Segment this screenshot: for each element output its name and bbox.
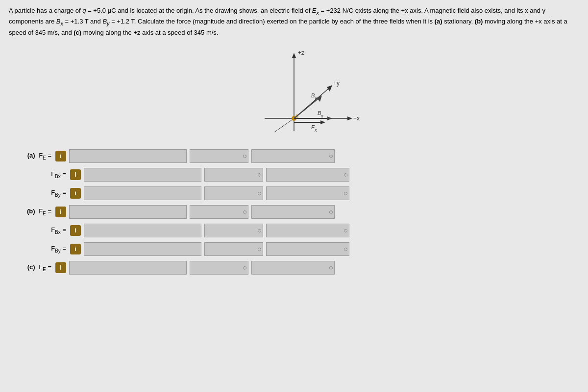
select-wrapper-b-FBy [204, 242, 263, 256]
select-wrapper2-c-FE [251, 261, 335, 275]
input-a-FBy[interactable] [84, 186, 201, 200]
row-a-FBx: FBx = i [14, 168, 574, 182]
input-c-FE[interactable] [69, 261, 187, 275]
input-b-FBy[interactable] [84, 242, 201, 256]
svg-text:By: By [311, 92, 317, 101]
svg-marker-18 [327, 116, 332, 120]
select-wrapper2-b-FE [251, 205, 335, 219]
select-dir-a-FBx[interactable] [266, 168, 349, 182]
row-b-FBy: FBy = i [14, 242, 574, 256]
select-wrapper-c-FE [190, 261, 248, 275]
info-btn-b-FBx[interactable]: i [70, 225, 81, 236]
svg-marker-5 [347, 116, 352, 120]
select-unit-a-FBx[interactable] [204, 168, 263, 182]
row-b-FE: (b) FE = i [14, 205, 574, 219]
main-container: A particle has a charge of q = +5.0 μC a… [0, 0, 588, 392]
label-c-FE: (c) FE = [14, 263, 55, 272]
label-a-FBy: FBy = [28, 189, 70, 198]
svg-text:+y: +y [333, 80, 340, 87]
select-dir-b-FE[interactable] [251, 205, 335, 219]
row-a-FBy: FBy = i [14, 186, 574, 200]
select-wrapper2-a-FBy [266, 186, 349, 200]
info-btn-a-FBy[interactable]: i [70, 188, 81, 199]
input-b-FE[interactable] [69, 205, 187, 219]
diagram-svg: +z +x +y q Ex Bx [225, 45, 363, 138]
label-b-FBx: FBx = [28, 226, 70, 235]
row-c-FE: (c) FE = i [14, 261, 574, 275]
select-unit-a-FBy[interactable] [204, 186, 263, 200]
info-btn-a-FBx[interactable]: i [70, 169, 81, 180]
info-btn-b-FE[interactable]: i [55, 207, 66, 217]
select-wrapper-b-FBx [204, 224, 263, 237]
info-btn-c-FE[interactable]: i [55, 262, 66, 273]
select-wrapper2-a-FBx [266, 168, 349, 182]
select-unit-b-FBx[interactable] [204, 224, 263, 237]
select-wrapper-b-FE [190, 205, 248, 219]
svg-text:Ex: Ex [311, 124, 317, 133]
select-dir-b-FBx[interactable] [266, 224, 349, 237]
input-b-FBx[interactable] [84, 224, 201, 237]
select-unit-b-FBy[interactable] [204, 242, 263, 256]
select-wrapper2-a-FE [251, 149, 335, 163]
row-a-FE: (a) FE = i [14, 149, 574, 163]
svg-line-11 [274, 118, 294, 132]
svg-marker-9 [327, 85, 332, 92]
select-wrapper-a-FE [190, 149, 248, 163]
svg-text:+z: +z [298, 49, 304, 56]
select-unit-b-FE[interactable] [190, 205, 248, 219]
row-b-FBx: FBx = i [14, 224, 574, 237]
part-a-label: (a) [27, 152, 35, 159]
svg-marker-1 [292, 53, 296, 58]
svg-marker-15 [320, 120, 325, 124]
label-a-FE: (a) FE = [14, 152, 55, 161]
select-dir-a-FBy[interactable] [266, 186, 349, 200]
select-wrapper-a-FBy [204, 186, 263, 200]
input-a-FBx[interactable] [84, 168, 201, 182]
select-dir-a-FE[interactable] [251, 149, 335, 163]
select-unit-c-FE[interactable] [190, 261, 248, 275]
part-c-label: (c) [27, 263, 35, 271]
select-wrapper2-b-FBx [266, 224, 349, 237]
select-unit-a-FE[interactable] [190, 149, 248, 163]
select-wrapper2-b-FBy [266, 242, 349, 256]
info-btn-b-FBy[interactable]: i [70, 244, 81, 254]
part-b-label: (b) [27, 208, 35, 215]
answers-section: (a) FE = i FBx = i [9, 149, 579, 275]
input-a-FE[interactable] [69, 149, 187, 163]
select-dir-b-FBy[interactable] [266, 242, 349, 256]
info-btn-a-FE[interactable]: i [55, 151, 66, 161]
diagram-area: +z +x +y q Ex Bx [9, 43, 579, 140]
svg-text:+x: +x [353, 115, 360, 122]
label-b-FE: (b) FE = [14, 208, 55, 216]
select-wrapper-a-FBx [204, 168, 263, 182]
label-a-FBx: FBx = [28, 170, 70, 179]
problem-text: A particle has a charge of q = +5.0 μC a… [9, 6, 579, 38]
svg-text:Bx: Bx [318, 110, 323, 118]
select-dir-c-FE[interactable] [251, 261, 335, 275]
label-b-FBy: FBy = [28, 245, 70, 254]
